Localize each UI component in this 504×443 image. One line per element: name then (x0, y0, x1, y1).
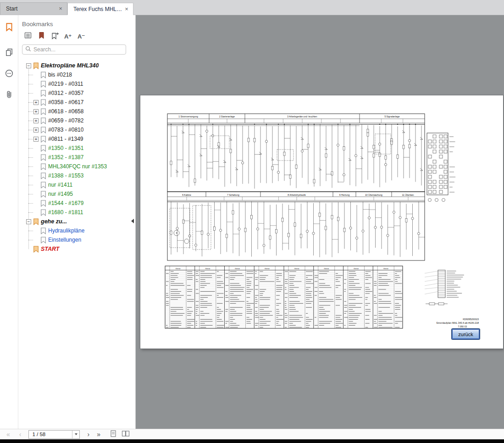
expander-spacer (33, 173, 39, 178)
svg-text:7.090 03: 7.090 03 (458, 325, 467, 328)
comments-panel-button[interactable] (3, 69, 15, 80)
svg-text:7 Schaltung: 7 Schaltung (227, 194, 239, 196)
next-page-button[interactable]: › (86, 431, 90, 437)
bookmark-flag-icon (40, 145, 46, 152)
svg-text:2 Starteranlage: 2 Starteranlage (219, 115, 235, 118)
back-button[interactable]: zurück (452, 329, 480, 339)
close-icon[interactable]: × (57, 5, 64, 12)
bookmark-item[interactable]: #1388 - #1553 (22, 171, 126, 180)
search-input[interactable] (33, 46, 123, 53)
expander-minus-icon[interactable]: − (26, 63, 31, 68)
font-increase-button[interactable]: A⁺ (63, 31, 73, 41)
bookmark-flag-icon (40, 90, 46, 97)
panel-title: Bookmarks (22, 21, 126, 28)
bookmark-item[interactable]: #0312 - #0357 (22, 89, 126, 98)
bookmark-item[interactable]: −Elektropläne MHL340 (22, 61, 126, 70)
schematic-svg: 1 Stromversorgung2 Starteranlage3 Arbeit… (140, 95, 503, 349)
svg-text:Gerät: Gerät (176, 267, 181, 270)
bookmark-item[interactable]: bis #0218 (22, 70, 126, 79)
svg-text:Gerät: Gerät (354, 267, 359, 270)
dropdown-caret-icon[interactable] (72, 431, 79, 438)
expander-spacer (33, 91, 39, 96)
bookmark-item[interactable]: −gehe zu... (22, 217, 126, 226)
expander-minus-icon[interactable]: − (26, 219, 31, 224)
bookmark-item[interactable]: Einstellungen (22, 235, 126, 244)
bookmark-item[interactable]: MHL340FQC nur #1353 (22, 162, 126, 171)
previous-page-button[interactable]: ‹ (18, 431, 22, 437)
bookmark-flag-icon (40, 209, 46, 216)
bookmark-flag-icon (33, 62, 39, 69)
bookmark-item[interactable]: +#0618 - #0658 (22, 107, 126, 116)
expander-spacer (33, 238, 39, 243)
bookmark-item[interactable]: +#0659 - #0782 (22, 116, 126, 125)
tab-label: Terex Fuchs MHL340 ... (73, 6, 123, 12)
tree-stub-line (28, 130, 33, 130)
attachments-panel-button[interactable] (3, 90, 15, 101)
bookmark-item[interactable]: #1680 - #1811 (22, 208, 126, 217)
svg-text:Gerät: Gerät (324, 267, 329, 270)
bookmark-label: #0312 - #0357 (48, 90, 83, 96)
bookmark-item[interactable]: #0219 - #0311 (22, 79, 126, 89)
expander-plus-icon[interactable]: + (33, 118, 39, 123)
page-indicator: 1 / 58 (29, 432, 72, 437)
bookmark-label: #0811 - #1349 (48, 136, 83, 142)
tab-start[interactable]: Start × (0, 2, 67, 15)
bookmark-item[interactable]: +#0783 - #0810 (22, 125, 126, 134)
expander-spacer (33, 183, 39, 188)
expander-plus-icon[interactable]: + (33, 127, 39, 133)
bookmark-item[interactable]: #1544 - #1679 (22, 199, 126, 208)
svg-text:Gerät: Gerät (205, 267, 210, 270)
bookmark-item[interactable]: nur #1411 (22, 180, 126, 189)
bookmark-filled-icon (37, 31, 45, 41)
bookmark-item[interactable]: +#0358 - #0617 (22, 98, 126, 107)
first-page-button[interactable]: « (6, 431, 11, 437)
svg-text:Gerät: Gerät (294, 267, 300, 270)
svg-text:5 Signalanlage: 5 Signalanlage (384, 115, 399, 118)
bookmark-label: Einstellungen (48, 237, 81, 243)
facing-pages-view-icon[interactable] (122, 430, 130, 439)
tree-stub-line (28, 231, 33, 231)
pdf-page: 1 Stromversorgung2 Starteranlage3 Arbeit… (140, 95, 503, 349)
font-increase-icon: A⁺ (64, 33, 72, 39)
tree-stub-line (28, 176, 33, 176)
status-bar: « ‹ 1 / 58 › » (0, 429, 504, 439)
tab-document[interactable]: Terex Fuchs MHL340 ... × (67, 3, 133, 15)
expander-plus-icon[interactable]: + (33, 137, 39, 142)
bookmark-label: bis #0218 (48, 72, 72, 78)
bookmark-flag-icon (40, 72, 46, 78)
bookmark-item[interactable]: Hydraulikpläne (22, 226, 126, 235)
font-decrease-icon: A⁻ (78, 33, 85, 39)
add-bookmark-button[interactable] (50, 31, 60, 41)
page-number-combo[interactable]: 1 / 58 (28, 430, 80, 439)
single-page-view-icon[interactable] (110, 430, 117, 439)
document-canvas[interactable]: 1 Stromversorgung2 Starteranlage3 Arbeit… (136, 15, 504, 429)
bookmark-item[interactable]: +#0811 - #1349 (22, 134, 126, 144)
bookmark-item[interactable]: START (22, 244, 126, 254)
navigation-rail (0, 15, 18, 429)
current-bookmark-button[interactable] (36, 31, 46, 41)
expander-plus-icon[interactable]: + (33, 100, 39, 105)
bookmark-flag-icon (40, 191, 46, 198)
schematic-drawing: 1 Stromversorgung2 Starteranlage3 Arbeit… (140, 95, 503, 349)
bookmark-item[interactable]: #1350 - #1351 (22, 144, 126, 153)
collapse-panel-arrow-icon[interactable] (131, 219, 134, 223)
font-decrease-button[interactable]: A⁻ (76, 31, 86, 41)
panel-menu-button[interactable] (23, 31, 33, 41)
last-page-button[interactable]: » (96, 431, 101, 437)
bookmark-item[interactable]: #1352 - #1387 (22, 153, 126, 162)
close-icon[interactable]: × (123, 6, 130, 13)
bookmark-flag-icon (40, 81, 46, 88)
tree-stub-line (28, 148, 33, 149)
tree-stub-line (28, 240, 33, 240)
bookmark-flag-icon (40, 127, 46, 133)
svg-text:6 Kabine: 6 Kabine (182, 194, 191, 196)
tree-stub-line (28, 84, 33, 84)
bookmark-label: #1350 - #1351 (48, 145, 83, 151)
expander-plus-icon[interactable]: + (33, 109, 39, 114)
bookmark-flag-icon (33, 218, 39, 225)
pages-panel-button[interactable] (3, 48, 15, 59)
expander-spacer (33, 192, 39, 197)
bookmark-item[interactable]: nur #1495 (22, 189, 126, 199)
tree-stub-line (28, 157, 33, 158)
bookmarks-panel-button[interactable] (3, 22, 15, 33)
